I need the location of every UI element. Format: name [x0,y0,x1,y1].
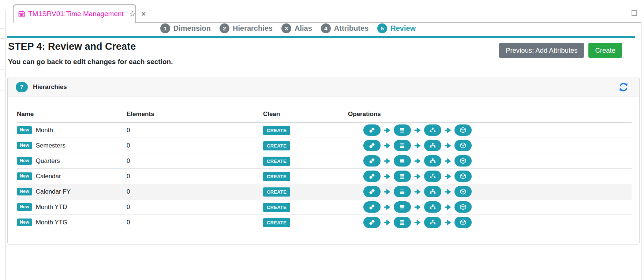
step-label: Hierarchies [233,24,273,33]
cube-icon [459,219,467,226]
eraser-operation-icon[interactable] [363,186,381,197]
operations-pipeline [348,140,487,151]
arrow-right-icon [383,142,391,149]
background-row-line [0,70,5,70]
list-operation-icon[interactable] [394,186,411,197]
sitemap-operation-icon[interactable] [424,171,441,182]
background-row-line [0,59,5,59]
page-title: STEP 4: Review and Create [8,41,136,52]
sitemap-icon [429,219,437,226]
cube-operation-icon[interactable] [454,155,472,167]
arrow-right-icon [414,142,421,149]
cube-icon [459,157,467,165]
sitemap-operation-icon[interactable] [424,124,441,136]
tab-title: TM1SRV01:Time Management [28,10,124,18]
hierarchy-name: Quarters [36,157,60,165]
step-label: Alias [295,24,312,33]
step-hierarchies[interactable]: 2 Hierarchies [220,23,273,33]
cube-operation-icon[interactable] [454,171,472,182]
eraser-icon [368,203,376,211]
app-window: TM1SRV01:Time Management ☆ × 1 Dimension… [0,0,644,280]
sitemap-icon [429,188,437,195]
list-operation-icon[interactable] [394,155,411,167]
panel-header: 7 Hierarchies [8,77,639,97]
column-header-clean: Clean [263,107,348,122]
previous-button[interactable]: Previous: Add Attributes [499,43,584,58]
sitemap-icon [429,126,437,134]
cube-icon [459,126,467,134]
list-operation-icon[interactable] [394,201,411,213]
sitemap-operation-icon[interactable] [424,140,441,151]
arrow-right-icon [414,219,421,226]
cube-icon [459,172,467,180]
hierarchy-name: Calendar FY [36,188,71,195]
step-attributes[interactable]: 4 Attributes [321,23,368,33]
operations-pipeline [348,201,487,213]
refresh-button[interactable] [619,82,628,92]
table-row: New Month 0 CREATE [17,122,632,138]
close-icon[interactable]: × [141,10,146,18]
favorite-star-icon[interactable]: ☆ [129,10,136,18]
new-badge: New [17,219,32,226]
elements-count: 0 [127,184,263,199]
cube-operation-icon[interactable] [454,201,472,213]
eraser-operation-icon[interactable] [363,140,381,151]
cube-operation-icon[interactable] [454,124,472,136]
arrow-right-icon [383,127,391,134]
cube-icon [459,188,467,195]
sitemap-operation-icon[interactable] [424,155,441,167]
eraser-icon [368,157,376,165]
arrow-right-icon [383,219,391,226]
hierarchy-name: Month [36,127,53,134]
page-subtitle: You can go back to edit changes for each… [8,58,173,66]
sitemap-operation-icon[interactable] [424,186,441,197]
column-header-elements: Elements [127,107,263,122]
eraser-operation-icon[interactable] [363,201,381,213]
step-number-badge: 3 [281,23,291,33]
operations-pipeline [348,217,487,228]
operations-pipeline [348,124,487,136]
step-alias[interactable]: 3 Alias [281,23,312,33]
list-operation-icon[interactable] [394,124,411,136]
dimension-editor-tab[interactable]: TM1SRV01:Time Management ☆ × [13,4,136,23]
content-right-border [641,22,641,280]
eraser-operation-icon[interactable] [363,171,381,182]
eraser-operation-icon[interactable] [363,217,381,228]
arrow-right-icon [444,157,452,165]
new-badge: New [17,157,32,165]
arrow-right-icon [383,173,391,180]
table-row: New Quarters 0 CREATE [17,153,632,169]
step-dimension[interactable]: 1 Dimension [160,23,211,33]
step-review[interactable]: 5 Review [377,23,416,33]
create-status-badge: CREATE [263,141,290,150]
create-button[interactable]: Create [588,43,622,58]
cube-operation-icon[interactable] [454,140,472,151]
background-row-line [0,49,5,49]
table-header-row: Name Elements Clean Operations [17,107,632,122]
eraser-icon [368,142,376,149]
list-operation-icon[interactable] [394,140,411,151]
count-badge: 7 [16,82,28,92]
hierarchy-name: Month YTD [36,204,67,211]
arrow-right-icon [444,142,452,149]
eraser-operation-icon[interactable] [363,124,381,136]
sitemap-operation-icon[interactable] [424,201,441,213]
list-operation-icon[interactable] [394,171,411,182]
sitemap-operation-icon[interactable] [424,217,441,228]
eraser-operation-icon[interactable] [363,155,381,167]
maximize-icon[interactable] [632,10,637,16]
new-badge: New [17,188,32,195]
create-status-badge: CREATE [263,172,290,181]
cube-operation-icon[interactable] [454,217,472,228]
create-status-badge: CREATE [263,157,290,166]
list-icon [398,172,406,180]
cube-operation-icon[interactable] [454,186,472,197]
step-label: Attributes [334,24,368,33]
arrow-right-icon [414,204,421,211]
step-number-badge: 1 [160,23,170,33]
arrow-right-icon [414,173,421,180]
arrow-right-icon [444,173,452,180]
operations-pipeline [348,155,487,167]
step-number-badge: 2 [220,23,229,33]
list-operation-icon[interactable] [394,217,411,228]
